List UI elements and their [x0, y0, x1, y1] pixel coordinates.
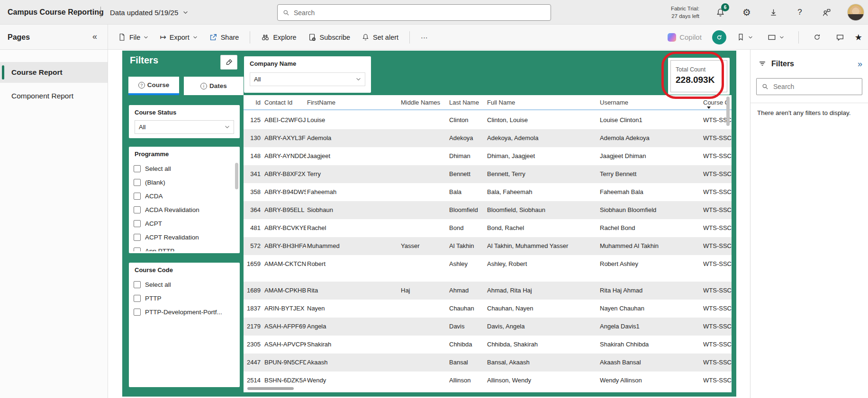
checkbox-icon[interactable] — [134, 309, 141, 316]
table-row[interactable]: 2179 ASAH-AFPF69 Angela Davis Davis, Ang… — [244, 318, 732, 336]
table-row[interactable]: 481 ABRY-BCVKYE Rachel Bond Bond, Rachel… — [244, 219, 732, 237]
collapse-filters-pane-icon[interactable]: » — [858, 59, 862, 69]
cell-last-name: Dhiman — [449, 147, 485, 165]
collapse-pane-icon[interactable]: « — [92, 25, 97, 50]
table-row[interactable]: 148 ABRY-AYNDD6 Jaagjeet Dhiman Dhiman, … — [244, 147, 732, 165]
horizontal-scrollbar[interactable] — [247, 387, 294, 390]
explore-button[interactable]: Explore — [257, 30, 300, 44]
notifications-button[interactable]: 6 — [714, 7, 726, 18]
checkbox-icon[interactable] — [134, 206, 141, 213]
cell-full-name: Dhiman, Jaagjeet — [487, 147, 596, 165]
share-button[interactable]: Share — [205, 30, 244, 44]
column-header-last-name[interactable]: Last Name — [449, 95, 485, 110]
column-header-middle-names[interactable]: Middle Names — [401, 95, 446, 110]
cell-middle-names: Yasser — [401, 237, 446, 255]
table-row[interactable]: 1659 AMAM-CKTCNZ Robert Ashley Ashley, R… — [244, 255, 732, 282]
settings-button[interactable]: ⚙ — [741, 7, 752, 18]
table-row[interactable]: 2447 BPUN-9N5CFD Akaash Bansal Bansal, A… — [244, 354, 732, 371]
global-search-box[interactable] — [277, 4, 551, 21]
table-row[interactable]: 341 ABRY-B8XF2X Terry Bennett Bennett, T… — [244, 165, 732, 183]
table-row[interactable]: 364 ABRY-B95ELL Siobhaun Bloomfield Bloo… — [244, 201, 732, 219]
cell-middle-names — [401, 255, 446, 273]
checkbox-icon[interactable] — [134, 165, 141, 172]
topbar-right-cluster: Fabric Trial: 27 days left 6 ⚙ ? — [671, 0, 864, 25]
downloads-button[interactable] — [768, 7, 779, 18]
cell-full-name: Ahmad, Rita Haj — [487, 282, 596, 300]
help-button[interactable]: ? — [794, 7, 805, 18]
set-alert-button[interactable]: Set alert — [357, 30, 403, 44]
copilot-toggle-button[interactable] — [712, 30, 726, 44]
checkbox-option[interactable]: PTTP-Development-Portf... — [134, 305, 237, 319]
more-options-button[interactable]: ··· — [416, 31, 432, 44]
checkbox-icon[interactable] — [134, 295, 141, 302]
tab-course[interactable]: ? Course — [128, 77, 179, 95]
list-scrollbar[interactable] — [235, 163, 238, 189]
course-status-dropdown[interactable]: All — [135, 120, 234, 134]
checkbox-icon[interactable] — [134, 234, 141, 241]
global-search-input[interactable] — [294, 9, 546, 17]
company-name-dropdown[interactable]: All — [250, 72, 365, 86]
sidebar-item-component-report[interactable]: Component Report — [0, 87, 108, 106]
subscribe-button[interactable]: Subscribe — [304, 30, 354, 44]
cell-username: Siobhaun Bloomfield — [600, 201, 699, 219]
favorite-star-icon[interactable]: ★ — [855, 32, 862, 42]
column-header-id[interactable]: Id — [244, 95, 261, 110]
table-row[interactable]: 572 ABRY-BH3HFA Muhammed Yasser Al Takhi… — [244, 237, 732, 255]
table-row[interactable]: 130 ABRY-AXYL3F Ademola Adekoya Adekoya,… — [244, 129, 732, 147]
table-row[interactable]: 358 ABRY-B94DWS Faheemah Bala Bala, Fahe… — [244, 183, 732, 201]
comments-button[interactable] — [832, 30, 849, 44]
checkbox-option[interactable]: PTTP — [134, 292, 237, 305]
cell-last-name: Allinson — [449, 371, 485, 389]
view-mode-button[interactable] — [763, 30, 788, 44]
checkbox-option[interactable]: ACDA — [134, 189, 237, 203]
cell-username: Louise Clinton1 — [600, 111, 699, 129]
cell-middle-names — [401, 129, 446, 147]
feedback-button[interactable] — [821, 7, 832, 18]
checkbox-option[interactable]: App PTTP — [134, 244, 237, 251]
vertical-scrollbar[interactable] — [726, 97, 730, 126]
bookmark-icon — [737, 33, 745, 41]
programme-slicer: Programme Select all (Blank) ACDA — [129, 147, 240, 253]
checkbox-option[interactable]: ACPT — [134, 217, 237, 230]
data-updated-dropdown[interactable]: Data updated 5/19/25 — [110, 0, 188, 25]
bookmarks-button[interactable] — [732, 30, 757, 44]
checkbox-option[interactable]: ACPT Revalidation — [134, 230, 237, 244]
filters-search-input[interactable] — [773, 83, 859, 90]
checkbox-icon[interactable] — [134, 220, 141, 227]
report-toolbar: Pages « File ↦ Export — [0, 25, 868, 50]
table-row[interactable]: 2305 ASAH-APVCPK Shakirah Chhibda Chhibd… — [244, 336, 732, 354]
table-row[interactable]: 1689 AMAM-CPKHBM Rita Haj Ahmad Ahmad, R… — [244, 282, 732, 300]
checkbox-option[interactable]: ACDA Revalidation — [134, 203, 237, 217]
cell-middle-names — [401, 165, 446, 183]
table-row[interactable]: 1837 ARIN-BYTJEX Nayen Chauhan Chauhan, … — [244, 300, 732, 318]
sidebar-item-course-report[interactable]: Course Report — [0, 62, 108, 83]
checkbox-option[interactable]: Select all — [134, 278, 237, 292]
checkbox-icon[interactable] — [134, 248, 141, 251]
tab-dates[interactable]: i Dates — [184, 77, 244, 95]
gear-icon: ⚙ — [742, 7, 751, 18]
cell-middle-names — [401, 300, 446, 318]
checkbox-icon[interactable] — [134, 281, 141, 288]
checkbox-icon[interactable] — [134, 193, 141, 200]
cell-username: Rachel Bond — [600, 219, 699, 237]
checkbox-icon[interactable] — [134, 179, 141, 186]
column-header-contact-id[interactable]: Contact Id — [264, 95, 306, 110]
cell-last-name: Bennett — [449, 165, 485, 183]
export-menu-button[interactable]: ↦ Export — [155, 30, 201, 44]
column-header-firstname[interactable]: FirstName — [307, 95, 397, 110]
table-row[interactable]: 125 ABEI-C2WFGJ Louise Clinton Clinton, … — [244, 111, 732, 129]
column-header-full-name[interactable]: Full Name — [487, 95, 596, 110]
cell-course-code: WTS-SSC — [703, 318, 732, 336]
sort-descending-icon — [707, 106, 711, 109]
cell-contact-id: AMAM-CPKHBM — [264, 282, 306, 300]
clear-filters-button[interactable] — [220, 55, 237, 70]
filters-search-box[interactable] — [756, 78, 862, 95]
column-header-username[interactable]: Username — [600, 95, 699, 110]
table-row[interactable]: 2514 BSHN-6DZK5A Wendy Allinson Allinson… — [244, 371, 732, 389]
refresh-button[interactable] — [809, 30, 825, 44]
copilot-button[interactable]: Copilot — [663, 30, 706, 44]
checkbox-option[interactable]: (Blank) — [134, 176, 237, 189]
file-menu-button[interactable]: File — [114, 30, 153, 44]
checkbox-option[interactable]: Select all — [134, 162, 237, 176]
user-avatar[interactable] — [847, 4, 864, 21]
